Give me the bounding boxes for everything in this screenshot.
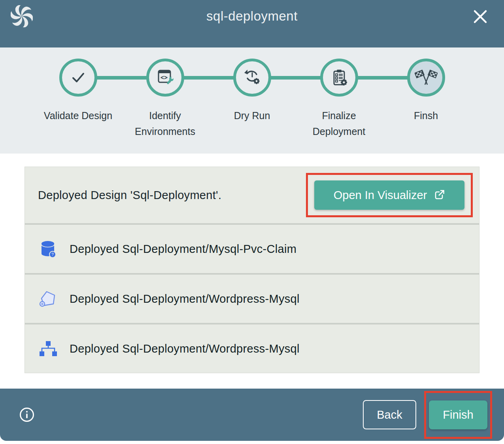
step-label: Finalize Deployment bbox=[302, 108, 377, 139]
result-row-deployment: Deployed Sql-Deployment/Wordpress-Mysql bbox=[25, 324, 479, 373]
step-label: Finsh bbox=[414, 108, 438, 123]
visualizer-highlight-box: Open In Visualizer bbox=[306, 173, 473, 217]
step-identify-environments: <> Identify Environments bbox=[122, 59, 209, 139]
code-wrench-icon: <> bbox=[156, 68, 175, 87]
results-list: Deployed Design 'Sql-Deployment'. Open I… bbox=[25, 167, 479, 373]
result-text: Deployed Sql-Deployment/Wordpress-Mysql bbox=[70, 292, 300, 305]
step-validate-design: Validate Design bbox=[35, 59, 122, 139]
modal-header: sql-deployment bbox=[0, 0, 504, 47]
step-dry-run: Dry Run bbox=[209, 59, 296, 139]
back-button[interactable]: Back bbox=[363, 400, 416, 429]
page-title: sql-deployment bbox=[0, 9, 504, 24]
external-link-icon bbox=[433, 189, 445, 201]
result-row-pod: Deployed Sql-Deployment/Wordpress-Mysql bbox=[25, 275, 479, 323]
open-in-visualizer-button[interactable]: Open In Visualizer bbox=[314, 180, 464, 210]
finish-highlight-box: Finish bbox=[424, 391, 492, 439]
check-icon bbox=[69, 68, 87, 87]
sync-gear-icon bbox=[243, 68, 262, 87]
step-finish: Finsh bbox=[383, 59, 470, 139]
persistent-volume-claim-icon: ? bbox=[39, 240, 57, 258]
result-text: Deployed Sql-Deployment/Wordpress-Mysql bbox=[70, 342, 300, 355]
result-text: Deployed Sql-Deployment/Mysql-Pvc-Claim bbox=[70, 243, 296, 256]
design-message: Deployed Design 'Sql-Deployment'. bbox=[38, 189, 221, 202]
stepper: Validate Design <> Identify bbox=[0, 47, 504, 154]
step-label: Identify Environments bbox=[128, 108, 203, 139]
deployment-modal: sql-deployment Validate Design bbox=[0, 0, 504, 441]
deployment-hierarchy-icon bbox=[39, 340, 57, 358]
visualizer-button-label: Open In Visualizer bbox=[334, 189, 427, 202]
step-label: Validate Design bbox=[44, 108, 112, 123]
step-label: Dry Run bbox=[234, 108, 270, 123]
modal-footer: Back Finish bbox=[0, 389, 504, 441]
results-content: Deployed Design 'Sql-Deployment'. Open I… bbox=[0, 154, 504, 389]
finish-flags-icon bbox=[415, 67, 438, 88]
clipboard-gear-icon bbox=[330, 68, 349, 87]
result-row-pvc: ? Deployed Sql-Deployment/Mysql-Pvc-Clai… bbox=[25, 225, 479, 273]
info-icon[interactable] bbox=[19, 407, 35, 423]
svg-text:<>: <> bbox=[160, 74, 167, 81]
design-result-row: Deployed Design 'Sql-Deployment'. Open I… bbox=[25, 167, 479, 223]
step-finalize-deployment: Finalize Deployment bbox=[296, 59, 383, 139]
pod-icon bbox=[39, 290, 57, 308]
finish-button[interactable]: Finish bbox=[429, 400, 487, 429]
close-icon[interactable] bbox=[472, 8, 489, 25]
svg-text:?: ? bbox=[51, 252, 54, 257]
